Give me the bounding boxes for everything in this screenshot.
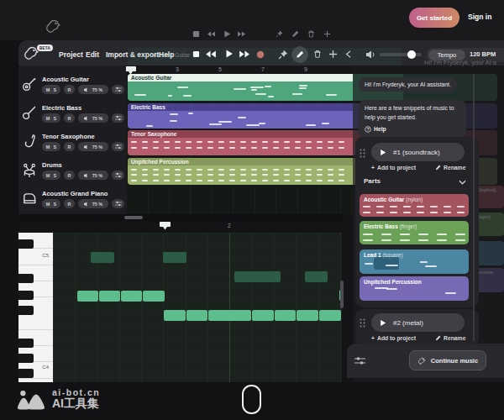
note-dash xyxy=(400,234,410,235)
note-dash xyxy=(418,239,428,241)
sign-in-button[interactable]: Sign in xyxy=(463,12,496,22)
watermark-logo-icon xyxy=(17,387,45,412)
note-dash xyxy=(376,212,384,213)
note-dash xyxy=(420,261,428,263)
cursor-capsule-outline xyxy=(242,385,261,414)
note-dash xyxy=(390,212,397,213)
panel-scrollbar-track[interactable] xyxy=(473,74,475,341)
ghost-logo-icon xyxy=(45,17,63,35)
ghost-plus-icon xyxy=(323,30,331,38)
app-screen: 3579 Acoustic GuitarElectric BassTenor S… xyxy=(0,0,504,420)
note-dash xyxy=(425,265,437,267)
note-dash xyxy=(403,206,411,207)
note-dash xyxy=(386,265,398,266)
note-dash xyxy=(363,234,373,235)
note-dash xyxy=(363,212,370,213)
ghost-ff-icon xyxy=(238,30,245,38)
ghost-clip-tooltip: Acoustic Guitar xyxy=(153,52,190,58)
note-dash xyxy=(381,239,391,241)
note-dash xyxy=(386,288,396,290)
note-dash xyxy=(417,206,424,207)
note-dash xyxy=(376,206,384,207)
note-dash xyxy=(418,234,428,235)
part-notes xyxy=(360,203,469,217)
note-dash xyxy=(455,234,465,235)
ghost-pin-icon xyxy=(276,30,283,38)
part-label: Acoustic Guitar (nylon) xyxy=(364,197,423,202)
part-card-1[interactable]: Acoustic Guitar (nylon) xyxy=(360,194,469,217)
ghost-trash-icon xyxy=(307,30,315,38)
part-card-3[interactable]: Lead 1 (square) xyxy=(360,249,469,274)
part-notes xyxy=(360,259,469,274)
note-dash xyxy=(430,206,438,207)
ghost-stop-icon xyxy=(192,30,200,38)
get-started-button[interactable]: Get started xyxy=(409,8,459,28)
note-dash xyxy=(457,206,465,207)
ghost-assistant-preview: Hi! I'm Fryderyk, your AI a xyxy=(424,59,496,66)
watermark-brand: AI工具集 xyxy=(52,396,99,412)
ghost-rewind-icon xyxy=(207,30,215,38)
note-dash xyxy=(365,263,373,265)
note-dash xyxy=(437,239,447,241)
note-dash xyxy=(455,239,465,241)
note-dash xyxy=(444,212,451,213)
ghost-pencil-icon xyxy=(291,30,299,38)
note-dash xyxy=(444,206,451,207)
bottom-strip: ai-bot.cn AI工具集 xyxy=(0,382,504,420)
note-dash xyxy=(457,212,465,213)
ghost-play-icon xyxy=(223,30,231,38)
note-dash xyxy=(363,206,370,207)
note-dash xyxy=(400,239,410,241)
part-notes xyxy=(360,230,469,244)
part-card-2[interactable]: Electric Bass (finger) xyxy=(360,221,469,244)
site-topbar: Get started Sign in xyxy=(0,0,504,40)
part-card-4[interactable]: Unpitched Percussion xyxy=(360,276,469,301)
note-dash xyxy=(390,206,397,207)
note-dash xyxy=(417,212,424,213)
note-dash xyxy=(363,239,373,241)
note-dash xyxy=(445,292,456,294)
note-dash xyxy=(375,287,388,289)
note-dash xyxy=(381,234,391,235)
note-dash xyxy=(437,234,447,235)
part-notes xyxy=(360,286,469,301)
part-label: Unpitched Percussion xyxy=(364,279,422,285)
note-dash xyxy=(403,212,411,213)
part-label: Electric Bass (finger) xyxy=(364,223,417,229)
note-dash xyxy=(430,212,438,213)
